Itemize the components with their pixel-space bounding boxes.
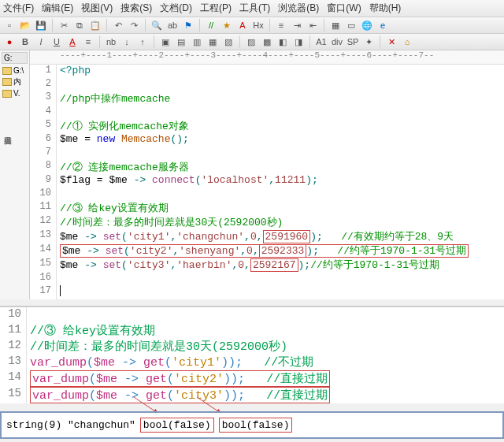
list-icon[interactable]: ≡ — [275, 19, 287, 32]
separator — [145, 19, 146, 32]
menu-edit[interactable]: 编辑(E) — [42, 2, 73, 15]
output-bool-1: bool(false) — [140, 418, 214, 433]
separator — [52, 19, 53, 32]
copy-icon[interactable]: ⧉ — [73, 19, 86, 32]
browser-icon[interactable]: 🌐 — [361, 19, 373, 32]
ie-icon[interactable]: e — [376, 19, 389, 32]
comment-icon[interactable]: // — [205, 19, 217, 32]
code-editor-1[interactable]: ----+----1----+----2----+----3----+----4… — [30, 50, 504, 299]
cut-icon[interactable]: ✂ — [57, 19, 70, 32]
line-number: 8 — [30, 160, 57, 174]
outdent-icon[interactable]: ⇤ — [306, 19, 319, 32]
new-icon[interactable]: ▫ — [3, 19, 16, 32]
fontcolor-icon[interactable]: A — [66, 35, 79, 48]
menu-browser[interactable]: 浏览器(B) — [278, 2, 319, 15]
line-number: 3 — [30, 91, 57, 106]
separator — [380, 35, 380, 48]
tool-icon[interactable]: ▥ — [191, 35, 203, 48]
bookmark-icon[interactable]: ⚑ — [182, 19, 195, 32]
tool-icon[interactable]: ▣ — [159, 35, 172, 48]
line-number: 15 — [30, 258, 57, 272]
tool-icon[interactable]: ▤ — [175, 35, 187, 48]
folder-icon — [2, 90, 12, 98]
save-icon[interactable]: 💾 — [35, 19, 47, 32]
menu-project[interactable]: 工程(P) — [200, 2, 232, 15]
highlighted-value: 2592167 — [250, 258, 298, 272]
home-icon[interactable]: ⌂ — [401, 35, 413, 48]
arrow-down-icon[interactable]: ↓ — [120, 35, 133, 48]
tool-icon[interactable]: ▨ — [245, 35, 258, 48]
toolbar-1: ▫ 📂 💾 ✂ ⧉ 📋 ↶ ↷ 🔍 ab ⚑ // ★ A Hx ≡ ⇥ ⇤ ▦… — [0, 17, 504, 34]
underline-icon[interactable]: U — [50, 35, 63, 48]
redo-icon[interactable]: ↷ — [128, 19, 140, 32]
sidebar-drive-label[interactable]: G: — [2, 52, 28, 64]
separator — [269, 19, 270, 32]
open-icon[interactable]: 📂 — [19, 19, 32, 32]
tool-icon[interactable]: ▧ — [222, 35, 235, 48]
anchor-icon[interactable]: A — [236, 19, 249, 32]
wand-icon[interactable]: ✦ — [362, 35, 375, 48]
line-number: 9 — [30, 174, 57, 188]
sp-icon[interactable]: SP — [346, 35, 359, 48]
menu-help[interactable]: 帮助(H) — [369, 2, 402, 15]
separator — [106, 19, 107, 32]
box-icon[interactable]: ▭ — [345, 19, 358, 32]
separator — [99, 35, 100, 48]
menubar: 文件(F) 编辑(E) 视图(V) 搜索(S) 文档(D) 工程(P) 工具(T… — [0, 0, 504, 17]
menu-search[interactable]: 搜索(S) — [120, 2, 152, 15]
folder-icon — [2, 67, 12, 75]
tree-item[interactable]: V. — [2, 88, 28, 98]
grid-icon[interactable]: ▦ — [329, 19, 342, 32]
menu-tools[interactable]: 工具(T) — [239, 2, 270, 15]
tree-item[interactable]: G:\ — [2, 65, 28, 76]
indent-icon[interactable]: ⇥ — [291, 19, 303, 32]
tree-item[interactable]: 内 — [2, 76, 28, 88]
bold-icon[interactable]: B — [19, 35, 32, 48]
tool-icon[interactable]: ◧ — [276, 35, 289, 48]
close-icon[interactable]: ✕ — [385, 35, 398, 48]
tool-icon[interactable]: ▦ — [206, 35, 219, 48]
line-number: 12 — [0, 339, 27, 355]
line-number: 10 — [30, 188, 57, 201]
highlighted-value: 2591960 — [263, 230, 311, 243]
tool-icon[interactable]: ◨ — [292, 35, 305, 48]
line-number: 11 — [30, 201, 57, 215]
separator — [154, 35, 154, 48]
line-number: 11 — [0, 323, 27, 339]
menu-view[interactable]: 视图(V) — [81, 2, 113, 15]
arrow-up-icon[interactable]: ↑ — [136, 35, 149, 48]
svg-line-1 — [197, 397, 220, 413]
find-icon[interactable]: 🔍 — [150, 19, 163, 32]
menu-file[interactable]: 文件(F) — [3, 2, 34, 15]
cursor — [60, 285, 61, 296]
div-icon[interactable]: div — [331, 35, 343, 48]
line-number: 14 — [30, 243, 57, 258]
sidebar: G: G:\ 内 V. 温馨提 — [0, 50, 30, 299]
line-number: 13 — [30, 229, 57, 243]
menu-window[interactable]: 窗口(W) — [327, 2, 361, 15]
tool-icon[interactable]: ▩ — [261, 35, 273, 48]
hx-icon[interactable]: Hx — [252, 19, 265, 32]
replace-icon[interactable]: ab — [166, 19, 179, 32]
main-area: G: G:\ 内 V. 温馨提 ----+----1----+----2----… — [0, 50, 504, 299]
line-number: 2 — [30, 78, 57, 91]
toolbar-2: ● B I U A ≡ nb ↓ ↑ ▣ ▤ ▥ ▦ ▧ ▨ ▩ ◧ ◨ A1 … — [0, 34, 504, 50]
align-icon[interactable]: ≡ — [82, 35, 94, 48]
paste-icon[interactable]: 📋 — [89, 19, 102, 32]
line-number: 5 — [30, 119, 57, 133]
ruler: ----+----1----+----2----+----3----+----4… — [30, 50, 504, 65]
line-number: 13 — [0, 355, 27, 370]
undo-icon[interactable]: ↶ — [112, 19, 124, 32]
star-icon[interactable]: ★ — [220, 19, 233, 32]
italic-icon[interactable]: I — [35, 35, 47, 48]
menu-doc[interactable]: 文档(D) — [160, 2, 192, 15]
code-editor-2[interactable]: 10 11//③ 给key设置有效期 12//时间差：最多的时间差就是30天(2… — [0, 306, 504, 403]
line-number: 1 — [30, 65, 57, 78]
line-number: 16 — [30, 272, 57, 285]
nb-icon[interactable]: nb — [105, 35, 117, 48]
line-number: 10 — [0, 307, 27, 323]
record-icon[interactable]: ● — [3, 35, 16, 48]
line-number: 7 — [30, 147, 57, 160]
separator — [324, 19, 324, 32]
a1-icon[interactable]: A1 — [315, 35, 328, 48]
